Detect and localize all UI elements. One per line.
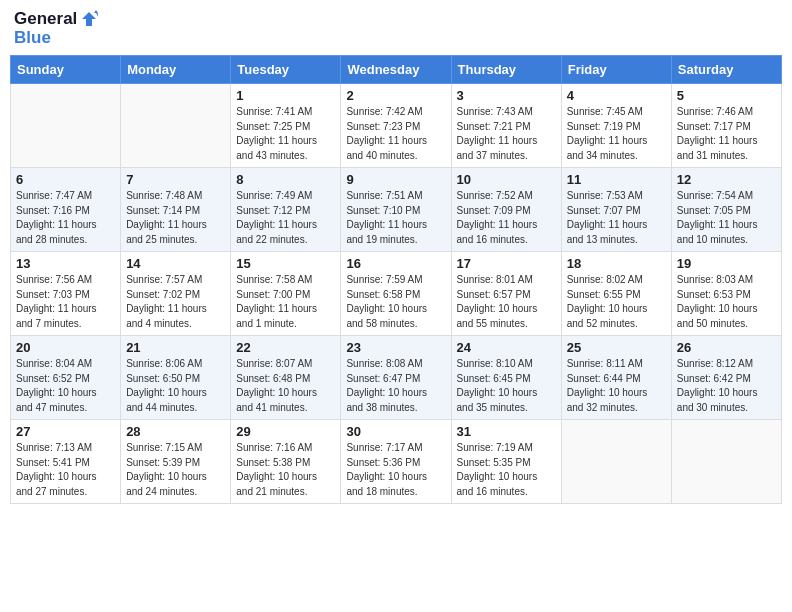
calendar-week-row: 13Sunrise: 7:56 AM Sunset: 7:03 PM Dayli…	[11, 252, 782, 336]
day-number: 9	[346, 172, 445, 187]
page-header: General Blue	[10, 10, 782, 47]
day-number: 14	[126, 256, 225, 271]
svg-marker-1	[94, 10, 98, 13]
calendar-cell: 16Sunrise: 7:59 AM Sunset: 6:58 PM Dayli…	[341, 252, 451, 336]
day-number: 25	[567, 340, 666, 355]
day-number: 17	[457, 256, 556, 271]
day-info: Sunrise: 7:59 AM Sunset: 6:58 PM Dayligh…	[346, 273, 445, 331]
day-number: 1	[236, 88, 335, 103]
calendar-cell	[671, 420, 781, 504]
day-number: 4	[567, 88, 666, 103]
day-info: Sunrise: 7:16 AM Sunset: 5:38 PM Dayligh…	[236, 441, 335, 499]
day-info: Sunrise: 8:02 AM Sunset: 6:55 PM Dayligh…	[567, 273, 666, 331]
day-info: Sunrise: 8:01 AM Sunset: 6:57 PM Dayligh…	[457, 273, 556, 331]
day-number: 5	[677, 88, 776, 103]
day-number: 15	[236, 256, 335, 271]
day-number: 8	[236, 172, 335, 187]
calendar-cell: 25Sunrise: 8:11 AM Sunset: 6:44 PM Dayli…	[561, 336, 671, 420]
day-info: Sunrise: 7:54 AM Sunset: 7:05 PM Dayligh…	[677, 189, 776, 247]
calendar-cell: 15Sunrise: 7:58 AM Sunset: 7:00 PM Dayli…	[231, 252, 341, 336]
calendar-week-row: 1Sunrise: 7:41 AM Sunset: 7:25 PM Daylig…	[11, 84, 782, 168]
day-number: 21	[126, 340, 225, 355]
logo-wordmark: General Blue	[14, 10, 98, 47]
calendar-cell: 14Sunrise: 7:57 AM Sunset: 7:02 PM Dayli…	[121, 252, 231, 336]
day-number: 23	[346, 340, 445, 355]
day-info: Sunrise: 8:10 AM Sunset: 6:45 PM Dayligh…	[457, 357, 556, 415]
day-number: 28	[126, 424, 225, 439]
day-info: Sunrise: 7:47 AM Sunset: 7:16 PM Dayligh…	[16, 189, 115, 247]
calendar-table: SundayMondayTuesdayWednesdayThursdayFrid…	[10, 55, 782, 504]
calendar-week-row: 20Sunrise: 8:04 AM Sunset: 6:52 PM Dayli…	[11, 336, 782, 420]
day-info: Sunrise: 7:43 AM Sunset: 7:21 PM Dayligh…	[457, 105, 556, 163]
logo: General Blue	[14, 10, 98, 47]
day-number: 3	[457, 88, 556, 103]
calendar-cell: 26Sunrise: 8:12 AM Sunset: 6:42 PM Dayli…	[671, 336, 781, 420]
calendar-cell: 24Sunrise: 8:10 AM Sunset: 6:45 PM Dayli…	[451, 336, 561, 420]
day-info: Sunrise: 7:57 AM Sunset: 7:02 PM Dayligh…	[126, 273, 225, 331]
day-info: Sunrise: 7:13 AM Sunset: 5:41 PM Dayligh…	[16, 441, 115, 499]
calendar-cell: 10Sunrise: 7:52 AM Sunset: 7:09 PM Dayli…	[451, 168, 561, 252]
day-info: Sunrise: 7:45 AM Sunset: 7:19 PM Dayligh…	[567, 105, 666, 163]
weekday-header-sunday: Sunday	[11, 56, 121, 84]
day-number: 27	[16, 424, 115, 439]
calendar-cell: 13Sunrise: 7:56 AM Sunset: 7:03 PM Dayli…	[11, 252, 121, 336]
day-info: Sunrise: 8:12 AM Sunset: 6:42 PM Dayligh…	[677, 357, 776, 415]
calendar-week-row: 27Sunrise: 7:13 AM Sunset: 5:41 PM Dayli…	[11, 420, 782, 504]
day-info: Sunrise: 7:49 AM Sunset: 7:12 PM Dayligh…	[236, 189, 335, 247]
weekday-header-tuesday: Tuesday	[231, 56, 341, 84]
day-number: 30	[346, 424, 445, 439]
day-info: Sunrise: 7:56 AM Sunset: 7:03 PM Dayligh…	[16, 273, 115, 331]
weekday-header-wednesday: Wednesday	[341, 56, 451, 84]
day-info: Sunrise: 7:41 AM Sunset: 7:25 PM Dayligh…	[236, 105, 335, 163]
calendar-cell: 29Sunrise: 7:16 AM Sunset: 5:38 PM Dayli…	[231, 420, 341, 504]
weekday-header-thursday: Thursday	[451, 56, 561, 84]
svg-marker-0	[82, 12, 96, 26]
calendar-cell: 5Sunrise: 7:46 AM Sunset: 7:17 PM Daylig…	[671, 84, 781, 168]
day-number: 18	[567, 256, 666, 271]
weekday-header-friday: Friday	[561, 56, 671, 84]
day-number: 22	[236, 340, 335, 355]
calendar-cell: 8Sunrise: 7:49 AM Sunset: 7:12 PM Daylig…	[231, 168, 341, 252]
day-info: Sunrise: 7:19 AM Sunset: 5:35 PM Dayligh…	[457, 441, 556, 499]
day-info: Sunrise: 7:46 AM Sunset: 7:17 PM Dayligh…	[677, 105, 776, 163]
calendar-cell: 11Sunrise: 7:53 AM Sunset: 7:07 PM Dayli…	[561, 168, 671, 252]
calendar-cell	[11, 84, 121, 168]
day-number: 13	[16, 256, 115, 271]
day-number: 29	[236, 424, 335, 439]
day-number: 19	[677, 256, 776, 271]
calendar-week-row: 6Sunrise: 7:47 AM Sunset: 7:16 PM Daylig…	[11, 168, 782, 252]
calendar-cell: 9Sunrise: 7:51 AM Sunset: 7:10 PM Daylig…	[341, 168, 451, 252]
calendar-cell: 19Sunrise: 8:03 AM Sunset: 6:53 PM Dayli…	[671, 252, 781, 336]
day-info: Sunrise: 8:03 AM Sunset: 6:53 PM Dayligh…	[677, 273, 776, 331]
calendar-cell: 21Sunrise: 8:06 AM Sunset: 6:50 PM Dayli…	[121, 336, 231, 420]
calendar-cell: 12Sunrise: 7:54 AM Sunset: 7:05 PM Dayli…	[671, 168, 781, 252]
day-number: 20	[16, 340, 115, 355]
svg-marker-2	[96, 13, 98, 17]
calendar-cell: 27Sunrise: 7:13 AM Sunset: 5:41 PM Dayli…	[11, 420, 121, 504]
day-number: 24	[457, 340, 556, 355]
weekday-header-monday: Monday	[121, 56, 231, 84]
day-info: Sunrise: 7:51 AM Sunset: 7:10 PM Dayligh…	[346, 189, 445, 247]
day-info: Sunrise: 8:08 AM Sunset: 6:47 PM Dayligh…	[346, 357, 445, 415]
day-info: Sunrise: 7:17 AM Sunset: 5:36 PM Dayligh…	[346, 441, 445, 499]
day-number: 6	[16, 172, 115, 187]
day-info: Sunrise: 7:58 AM Sunset: 7:00 PM Dayligh…	[236, 273, 335, 331]
calendar-cell: 31Sunrise: 7:19 AM Sunset: 5:35 PM Dayli…	[451, 420, 561, 504]
logo-bird-icon	[80, 10, 98, 28]
day-info: Sunrise: 7:52 AM Sunset: 7:09 PM Dayligh…	[457, 189, 556, 247]
logo-general: General	[14, 10, 77, 29]
day-info: Sunrise: 7:42 AM Sunset: 7:23 PM Dayligh…	[346, 105, 445, 163]
day-number: 16	[346, 256, 445, 271]
day-info: Sunrise: 7:15 AM Sunset: 5:39 PM Dayligh…	[126, 441, 225, 499]
calendar-cell: 17Sunrise: 8:01 AM Sunset: 6:57 PM Dayli…	[451, 252, 561, 336]
calendar-cell: 6Sunrise: 7:47 AM Sunset: 7:16 PM Daylig…	[11, 168, 121, 252]
calendar-cell: 22Sunrise: 8:07 AM Sunset: 6:48 PM Dayli…	[231, 336, 341, 420]
day-number: 12	[677, 172, 776, 187]
calendar-cell	[561, 420, 671, 504]
weekday-header-saturday: Saturday	[671, 56, 781, 84]
day-number: 2	[346, 88, 445, 103]
day-number: 10	[457, 172, 556, 187]
calendar-cell: 3Sunrise: 7:43 AM Sunset: 7:21 PM Daylig…	[451, 84, 561, 168]
day-info: Sunrise: 7:48 AM Sunset: 7:14 PM Dayligh…	[126, 189, 225, 247]
calendar-cell: 4Sunrise: 7:45 AM Sunset: 7:19 PM Daylig…	[561, 84, 671, 168]
